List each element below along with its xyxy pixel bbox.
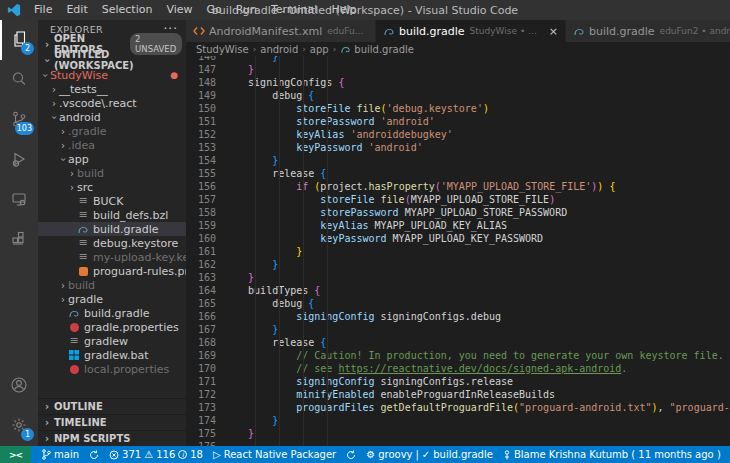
breadcrumb-item[interactable]: build.gradle (354, 44, 414, 55)
git-branch-item[interactable]: main (42, 449, 79, 460)
tree-file-build-defs-bzl[interactable]: ≡build_defs.bzl (38, 208, 186, 222)
code-line[interactable]: 164 buildTypes { (186, 284, 730, 297)
pane-npm-scripts[interactable]: ›NPM SCRIPTS (38, 430, 186, 446)
breadcrumb-item[interactable]: StudyWise (196, 44, 249, 55)
sync-button-2[interactable] (346, 450, 356, 460)
code-line[interactable]: 166 signingConfig signingConfigs.debug (186, 310, 730, 323)
tree-file-debug-keystore[interactable]: ≡debug.keystore (38, 236, 186, 250)
menu-selection[interactable]: Selection (95, 0, 160, 20)
tree-folder--gradle[interactable]: ›.gradle (38, 124, 186, 138)
code-line[interactable]: 170 // see https://reactnative.dev/docs/… (186, 362, 730, 375)
tree-folder-android[interactable]: ›android (38, 110, 186, 124)
code-line[interactable]: 168 release { (186, 336, 730, 349)
code-line[interactable]: 167 } (186, 323, 730, 336)
close-icon[interactable]: × (549, 25, 558, 38)
code-line[interactable]: 151 storePassword 'android' (186, 115, 730, 128)
activity-account[interactable] (0, 366, 38, 406)
code-line[interactable]: 161 } (186, 245, 730, 258)
tree-folder-build[interactable]: ›build (38, 166, 186, 180)
line-number: 173 (186, 401, 224, 414)
tree-folder-app[interactable]: ›app (38, 152, 186, 166)
extensions-icon (9, 229, 29, 252)
workspace-section[interactable]: › UNTITLED (WORKSPACE) (38, 52, 186, 68)
tree-file-gradlew-bat[interactable]: gradlew.bat (38, 348, 186, 362)
pane-timeline[interactable]: ›TIMELINE (38, 414, 186, 430)
gradle-icon (383, 25, 395, 37)
code-line[interactable]: 159 keyAlias MYAPP_UPLOAD_KEY_ALIAS (186, 219, 730, 232)
menu-view[interactable]: View (159, 0, 199, 20)
tree-file-local-properties[interactable]: local.properties (38, 362, 186, 376)
menu-edit[interactable]: Edit (59, 0, 94, 20)
line-number: 159 (186, 219, 224, 232)
code-line[interactable]: 173 proguardFiles getDefaultProguardFile… (186, 401, 730, 414)
pane-outline[interactable]: ›OUTLINE (38, 398, 186, 414)
breadcrumb-item[interactable]: app (310, 44, 329, 55)
tree-folder--vscode-react[interactable]: ›.vscode\.react (38, 96, 186, 110)
more-actions-icon[interactable]: ··· (164, 25, 178, 33)
tree-folder-build[interactable]: ›build (38, 278, 186, 292)
code-line[interactable]: 171 signingConfig signingConfigs.release (186, 375, 730, 388)
code-line[interactable]: 176 (186, 440, 730, 446)
code-line[interactable]: 162 } (186, 258, 730, 271)
menu-file[interactable]: File (27, 0, 59, 20)
breadcrumb-item[interactable]: android (260, 44, 298, 55)
tree-file-buck[interactable]: ≡BUCK (38, 194, 186, 208)
tree-folder-src[interactable]: ›src (38, 180, 186, 194)
tree-folder--tests-[interactable]: ›__tests__ (38, 82, 186, 96)
code-line[interactable]: 160 keyPassword MYAPP_UPLOAD_KEY_PASSWOR… (186, 232, 730, 245)
tab-1-build-gradle[interactable]: build.gradleStudyWise • android\app× (376, 20, 566, 42)
code-line[interactable]: 150 storeFile file('debug.keystore') (186, 102, 730, 115)
code-line[interactable]: 175 } (186, 427, 730, 440)
code-line[interactable]: 147 } (186, 63, 730, 76)
code-line[interactable]: 152 keyAlias 'androiddebugkey' (186, 128, 730, 141)
code-line[interactable]: 174 } (186, 414, 730, 427)
code-line[interactable]: 165 debug { (186, 297, 730, 310)
activity-remote-explorer[interactable] (0, 180, 38, 220)
code-line[interactable]: 172 minifyEnabled enableProguardInReleas… (186, 388, 730, 401)
tree-folder-studywise[interactable]: ›StudyWise● (38, 68, 186, 82)
code-line[interactable]: 149 debug { (186, 89, 730, 102)
task-runner-item[interactable]: ▷ React Native Packager (213, 449, 336, 460)
tree-folder-gradle[interactable]: ›gradle (38, 292, 186, 306)
tab-title: build.gradle (589, 25, 655, 38)
code-editor[interactable]: 146 }147 }148 signingConfigs {149 debug … (186, 56, 730, 446)
code-line[interactable]: 148 signingConfigs { (186, 76, 730, 89)
tree-folder--idea[interactable]: ›.idea (38, 138, 186, 152)
tree-file-gradlew[interactable]: ≡gradlew (38, 334, 186, 348)
sync-button[interactable] (89, 450, 99, 460)
title-bar: FileEditSelectionViewGoRunTerminalHelp b… (0, 0, 730, 20)
code-line[interactable]: 154 } (186, 154, 730, 167)
problems-item[interactable]: 371 ⚠ 116 i 18 (109, 449, 203, 460)
tab-title: build.gradle (399, 25, 465, 38)
activity-settings[interactable]: 1 (0, 406, 38, 446)
language-status-item[interactable]: ⚙ groovy | ✓ build.gradle (366, 449, 493, 460)
code-line[interactable]: 163 } (186, 271, 730, 284)
tree-file-gradle-properties[interactable]: gradle.properties (38, 320, 186, 334)
pane-label: NPM SCRIPTS (54, 433, 130, 444)
code-line[interactable]: 157 storeFile file(MYAPP_UPLOAD_STORE_FI… (186, 193, 730, 206)
activity-source-control[interactable]: 103 (0, 100, 38, 140)
tree-file-build-gradle[interactable]: build.gradle (38, 306, 186, 320)
activity-explorer[interactable]: 2 (0, 20, 38, 60)
code-line[interactable]: 169 // Caution! In production, you need … (186, 349, 730, 362)
git-blame-item[interactable]: Blame Krishna Kutumb ( 11 months ago ) (503, 449, 721, 460)
tree-file-build-gradle[interactable]: build.gradle (38, 222, 186, 236)
tab-2-build-gradle[interactable]: build.gradleeduFun2 • android\app (566, 20, 730, 42)
activity-search[interactable] (0, 60, 38, 100)
tree-file-my-upload-key-keystore[interactable]: ≡my-upload-key.keystore (38, 250, 186, 264)
chevron-right-icon: › (58, 140, 68, 151)
tree-file-proguard-rules-pro[interactable]: proguard-rules.pro (38, 264, 186, 278)
properties-icon (68, 321, 80, 333)
code-line[interactable]: 153 keyPassword 'android' (186, 141, 730, 154)
activity-run-debug[interactable] (0, 140, 38, 180)
code-line[interactable]: 158 storePassword MYAPP_UPLOAD_STORE_PAS… (186, 206, 730, 219)
code-line[interactable]: 155 release { (186, 167, 730, 180)
code-line[interactable]: 156 if (project.hasProperty('MYAPP_UPLOA… (186, 180, 730, 193)
line-number: 147 (186, 63, 224, 76)
warning-count: 116 (156, 449, 175, 460)
remote-indicator[interactable]: >< (0, 446, 31, 463)
code-line[interactable]: 146 } (186, 56, 730, 63)
activity-extensions[interactable] (0, 220, 38, 260)
remote-explorer-icon (9, 189, 29, 212)
tab-0-androidmanifest-xml[interactable]: AndroidManifest.xmleduFun2 • android\... (186, 20, 376, 42)
